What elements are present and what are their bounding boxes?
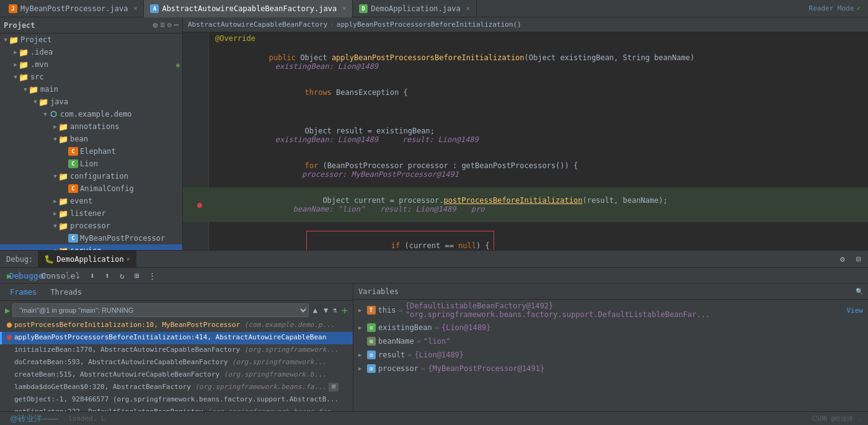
close-icon[interactable]: × xyxy=(126,256,130,262)
frame-file: (org.springframework.beans.fa... xyxy=(191,383,327,391)
frame-method: getObject:-1, 928466577 (org.springframe… xyxy=(14,395,339,403)
sidebar-tree: ▼ 📁 Project ▶ 📁 .idea ▶ 📁 .mvn ◉ ▼ 📁 xyxy=(0,34,182,250)
frame-item[interactable]: postProcessBeforeInitialization:10, MyBe… xyxy=(0,320,353,332)
debug-toolbar-right: ⚙ ⊟ xyxy=(836,253,866,266)
var-type-icon: ⊡ xyxy=(367,337,376,346)
console-tab[interactable]: Console xyxy=(51,269,65,282)
frame-item[interactable]: getObject:-1, 928466577 (org.springframe… xyxy=(0,394,353,406)
expand-icon[interactable]: ⊞ xyxy=(329,383,339,391)
variable-item-result[interactable]: ▶ ⊡ result = {Lion@1489} xyxy=(353,348,868,362)
sidebar-item-lion[interactable]: C Lion xyxy=(0,158,182,170)
frame-item[interactable]: getSingleton:222, DefaultSingletonBeanRe… xyxy=(0,406,353,411)
line-number xyxy=(183,79,209,105)
sidebar-item-com[interactable]: ▼ ⬡ com.example.demo xyxy=(0,108,182,120)
sidebar-item-idea[interactable]: ▶ 📁 .idea xyxy=(0,46,182,58)
breadcrumb-class[interactable]: AbstractAutowireCapableBeanFactory xyxy=(188,20,327,29)
tab-mybeanpostprocessor[interactable]: J MyBeanPostProcessor.java × xyxy=(2,0,144,17)
debug-app-tab[interactable]: 🐛 DemoApplication × xyxy=(38,251,136,268)
variable-item-this[interactable]: ▶ T this = {DefaultListableBeanFactory@1… xyxy=(353,300,868,321)
expand-arrow-icon: ▶ xyxy=(358,324,365,331)
frame-method: postProcessBeforeInitialization:10, MyBe… xyxy=(14,321,240,329)
add-watch-button[interactable]: + xyxy=(342,305,348,316)
sidebar-item-animalconfig[interactable]: C AnimalConfig xyxy=(0,182,182,195)
frame-method: applyBeanPostProcessorsBeforeInitializat… xyxy=(14,333,326,341)
step-out-button[interactable]: ⬆ xyxy=(100,269,114,282)
frame-item-active[interactable]: applyBeanPostProcessorsBeforeInitializat… xyxy=(0,332,353,344)
run-to-cursor-button[interactable]: ↻ xyxy=(115,269,129,282)
var-name: existingBean xyxy=(378,323,432,332)
sidebar-item-project[interactable]: ▼ 📁 Project xyxy=(0,34,182,46)
threads-tab[interactable]: Threads xyxy=(45,287,87,298)
more-button[interactable]: ⋮ xyxy=(145,269,159,282)
folder-icon: 📁 xyxy=(58,221,68,230)
sidebar-item-configuration[interactable]: ▼ 📁 configuration xyxy=(0,170,182,182)
variable-item-beanname[interactable]: ▶ ⊡ beanName = "lion" xyxy=(353,334,868,348)
sidebar-item-bean[interactable]: ▼ 📁 bean xyxy=(0,133,182,145)
tab-abstractautowire[interactable]: A AbstractAutowireCapableBeanFactory.jav… xyxy=(144,0,353,17)
reader-mode-label: Reader Mode xyxy=(809,4,854,12)
sidebar-item-listener[interactable]: ▶ 📁 listener xyxy=(0,207,182,220)
sidebar-item-src[interactable]: ▼ 📁 src xyxy=(0,71,182,83)
filter-button[interactable]: ⚗ xyxy=(332,306,337,315)
folder-icon: 📁 xyxy=(29,85,38,94)
tab-demoapplication[interactable]: D DemoApplication.java × xyxy=(353,0,477,17)
variable-item-existingbean[interactable]: ▶ ⊡ existingBean = {Lion@1489} xyxy=(353,321,868,334)
reader-mode[interactable]: Reader Mode ✓ xyxy=(809,4,866,12)
sidebar-item-java[interactable]: ▼ 📁 java xyxy=(0,96,182,108)
thread-select[interactable]: "main"@1 in group "main": RUNNING xyxy=(12,303,308,317)
java-icon: J xyxy=(9,4,17,13)
code-editor[interactable]: @Override public Object applyBeanPostPro… xyxy=(183,32,868,250)
step-over-button[interactable]: ⤵ xyxy=(71,269,84,282)
sidebar-item-mvn[interactable]: ▶ 📁 .mvn ◉ xyxy=(0,58,182,71)
sidebar-icon-plus[interactable]: ⊕ xyxy=(153,20,157,30)
arrow-icon: ▼ xyxy=(2,37,9,43)
java-class-icon: C xyxy=(68,234,78,243)
arrow-icon: ▼ xyxy=(42,111,48,117)
frame-item[interactable]: initializeBean:1770, AbstractAutowireCap… xyxy=(0,344,353,357)
sidebar-item-annotations[interactable]: ▶ 📁 annotations xyxy=(0,120,182,133)
variable-item-processor[interactable]: ▶ ⊡ processor = {MyBeanPostProcessor@149… xyxy=(353,362,868,375)
sidebar-item-service[interactable]: ▼ 📁 service ◉ xyxy=(0,244,182,250)
loaded-label: loaded. L xyxy=(68,414,105,423)
close-icon[interactable]: × xyxy=(466,5,470,12)
sidebar-icon-list[interactable]: ≡ xyxy=(160,20,164,30)
breadcrumb-method[interactable]: applyBeanPostProcessorsBeforeInitializat… xyxy=(337,20,521,29)
evaluate-button[interactable]: ⊞ xyxy=(130,269,144,282)
frames-panel: Frames Threads ▶ "main"@1 in group "main… xyxy=(0,284,353,411)
sidebar-item-elephant[interactable]: C Elephant xyxy=(0,145,182,158)
sidebar-item-main[interactable]: ▼ 📁 main xyxy=(0,83,182,96)
frame-dot xyxy=(7,397,12,402)
var-value: {DefaultListableBeanFactory@1492} "org.s… xyxy=(405,302,842,319)
var-type-icon: ⊡ xyxy=(367,351,376,359)
thread-down-button[interactable]: ▼ xyxy=(322,305,330,316)
close-icon[interactable]: × xyxy=(342,5,346,12)
sidebar-icon-minimize[interactable]: — xyxy=(174,20,179,30)
step-into-button[interactable]: ⬇ xyxy=(86,269,99,282)
view-link[interactable]: View xyxy=(847,306,864,315)
variables-search-icon[interactable]: 🔍 xyxy=(856,288,863,295)
sidebar-item-event[interactable]: ▶ 📁 event xyxy=(0,195,182,207)
layout-icon[interactable]: ⊟ xyxy=(852,253,866,266)
thread-up-button[interactable]: ▲ xyxy=(311,305,319,316)
java-class-icon: C xyxy=(68,184,78,193)
line-content: Object result = existingBean; existingBe… xyxy=(209,118,868,153)
debugger-tab[interactable]: Debugger xyxy=(22,269,35,282)
line-number xyxy=(183,118,209,153)
frame-item[interactable]: createBean:515, AbstractAutowireCapableB… xyxy=(0,369,353,382)
frame-item[interactable]: doCreateBean:593, AbstractAutowireCapabl… xyxy=(0,357,353,369)
sidebar-item-processor[interactable]: ▼ 📁 processor xyxy=(0,220,182,232)
sidebar-icon-gear[interactable]: ⚙ xyxy=(167,20,172,30)
frame-dot xyxy=(7,347,12,352)
close-icon[interactable]: × xyxy=(133,5,137,12)
debug-label: Debug: xyxy=(2,255,37,264)
frames-tab[interactable]: Frames xyxy=(5,287,42,298)
folder-icon: 📁 xyxy=(19,48,29,56)
sidebar-item-mybeanpostprocessor[interactable]: C MyBeanPostProcessor xyxy=(0,232,182,244)
gear-icon[interactable]: ⚙ xyxy=(836,253,849,266)
abstract-icon: A xyxy=(150,4,159,13)
variables-panel: Variables 🔍 ▶ T this = {DefaultListableB… xyxy=(353,284,868,411)
arrow-icon: ▼ xyxy=(22,86,29,92)
expand-arrow-icon: ▶ xyxy=(358,338,365,344)
frame-item[interactable]: lambda$doGetBean$0:320, AbstractBeanFact… xyxy=(0,382,353,394)
sidebar-item-label: listener xyxy=(70,209,180,218)
